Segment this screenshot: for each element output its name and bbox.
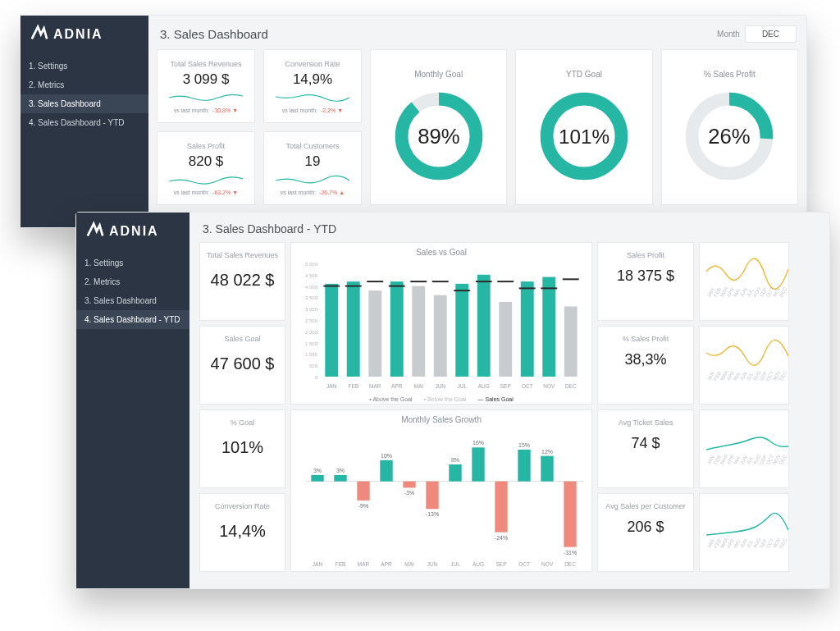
svg-rect-34 bbox=[434, 295, 447, 377]
brand-text: ADNIA bbox=[109, 224, 159, 239]
sparkline-icon bbox=[276, 91, 349, 104]
kpi-value: 3 099 $ bbox=[183, 71, 230, 88]
svg-rect-19 bbox=[325, 284, 338, 377]
logo-icon bbox=[30, 24, 48, 45]
nav-sales-dashboard-ytd[interactable]: 4. Sales Dashboard - YTD bbox=[76, 310, 189, 329]
svg-text:FEB: FEB bbox=[348, 383, 358, 389]
svg-text:10%: 10% bbox=[381, 453, 392, 459]
nav-settings[interactable]: 1. Settings bbox=[21, 57, 148, 75]
svg-text:MAI: MAI bbox=[404, 561, 414, 567]
stat-value: 101% bbox=[207, 438, 278, 457]
brand: ADNIA bbox=[21, 24, 148, 57]
svg-rect-43 bbox=[499, 302, 512, 377]
svg-text:8%: 8% bbox=[451, 457, 459, 463]
nav-sales-dashboard-ytd[interactable]: 4. Sales Dashboard - YTD bbox=[21, 113, 148, 132]
stat-total-sales-revenues: Total Sales Revenues 48 022 $ bbox=[199, 242, 285, 321]
svg-text:1 000: 1 000 bbox=[305, 352, 318, 357]
kpi-label: Total Sales Revenues bbox=[170, 60, 241, 68]
stat-label: Avg Sales per Customer bbox=[605, 502, 687, 510]
svg-text:-13%: -13% bbox=[426, 511, 439, 517]
nav-metrics[interactable]: 2. Metrics bbox=[21, 75, 148, 94]
sidebar: ADNIA 1. Settings 2. Metrics 3. Sales Da… bbox=[21, 16, 148, 227]
stat-label: Sales Profit bbox=[605, 251, 687, 259]
svg-rect-52 bbox=[564, 306, 578, 377]
svg-rect-65 bbox=[380, 460, 392, 482]
kpi-vs: vs last month:-30,8% ▼ bbox=[174, 107, 238, 113]
svg-rect-89 bbox=[564, 482, 576, 547]
nav-sales-dashboard[interactable]: 3. Sales Dashboard bbox=[76, 291, 189, 310]
kpi-col-2: Conversion Rate 14,9% vs last month:-2,2… bbox=[263, 49, 362, 205]
kpi-value: 19 bbox=[305, 153, 321, 170]
mini-months: JANFEBMARAPRMAIJUNJULAUGSEPOCTNOVDEC bbox=[706, 463, 782, 468]
stat-value: 18 375 $ bbox=[605, 267, 687, 285]
brand-text: ADNIA bbox=[53, 27, 103, 42]
spark-avg-ticket: JANFEBMARAPRMAIJUNJULAUGSEPOCTNOVDEC bbox=[699, 409, 789, 488]
svg-rect-62 bbox=[357, 482, 369, 501]
titlebar: 3. Sales Dashboard Month DEC bbox=[157, 22, 798, 49]
bar-chart-icon: 3%JAN3%FEB-9%MAR10%APR-3%MAI-13%JUN8%JUL… bbox=[298, 428, 587, 569]
svg-text:APR: APR bbox=[381, 561, 392, 567]
stat-sales-profit: Sales Profit 18 375 $ bbox=[597, 242, 694, 321]
nav-sales-dashboard[interactable]: 3. Sales Dashboard bbox=[21, 94, 148, 113]
svg-text:JAN: JAN bbox=[326, 383, 337, 389]
mini-months: JANFEBMARAPRMAIJUNJULAUGSEPOCTNOVDEC bbox=[706, 295, 782, 300]
svg-text:26%: 26% bbox=[709, 124, 751, 147]
stat-avg-ticket-sales: Avg Ticket Sales 74 $ bbox=[597, 409, 694, 488]
stat-value: 206 $ bbox=[605, 519, 687, 536]
svg-text:2 000: 2 000 bbox=[305, 330, 318, 335]
svg-text:16%: 16% bbox=[472, 440, 484, 446]
main-pane: 3. Sales Dashboard - YTD Total Sales Rev… bbox=[189, 213, 829, 588]
kpi-label: Total Customers bbox=[285, 142, 339, 150]
svg-text:101%: 101% bbox=[559, 125, 609, 147]
svg-text:15%: 15% bbox=[518, 442, 530, 448]
kpi-label: Sales Profit bbox=[187, 142, 225, 150]
svg-text:OCT: OCT bbox=[518, 561, 530, 567]
svg-rect-56 bbox=[311, 475, 323, 482]
svg-text:3 500: 3 500 bbox=[305, 295, 318, 300]
donut-icon: 101% bbox=[535, 87, 633, 185]
page-title: 3. Sales Dashboard - YTD bbox=[203, 222, 336, 235]
bar-chart-icon: 05001 0001 5002 0002 5003 0003 5004 0004… bbox=[298, 260, 587, 391]
donut-label: Monthly Goal bbox=[414, 70, 463, 79]
stat-pct-sales-profit: % Sales Profit 38,3% bbox=[597, 326, 694, 405]
svg-rect-46 bbox=[521, 281, 534, 377]
sparkline-icon bbox=[276, 173, 349, 186]
stat-sales-goal: Sales Goal 47 600 $ bbox=[199, 326, 285, 405]
donut-icon: 26% bbox=[680, 87, 778, 185]
svg-text:-3%: -3% bbox=[404, 490, 414, 496]
svg-text:MAI: MAI bbox=[414, 383, 424, 389]
left-stats: Total Sales Revenues 48 022 $ Sales Goal… bbox=[199, 242, 285, 572]
titlebar: 3. Sales Dashboard - YTD bbox=[199, 219, 823, 242]
stat-label: Conversion Rate bbox=[207, 502, 278, 510]
nav: 1. Settings 2. Metrics 3. Sales Dashboar… bbox=[21, 57, 148, 132]
window-sales-dashboard: ADNIA 1. Settings 2. Metrics 3. Sales Da… bbox=[20, 15, 807, 228]
nav: 1. Settings 2. Metrics 3. Sales Dashboar… bbox=[76, 254, 189, 329]
nav-metrics[interactable]: 2. Metrics bbox=[76, 272, 189, 291]
cards-row: Total Sales Revenues 3 099 $ vs last mon… bbox=[157, 49, 798, 205]
stat-value: 48 022 $ bbox=[207, 271, 278, 290]
month-value[interactable]: DEC bbox=[745, 25, 797, 43]
svg-text:89%: 89% bbox=[418, 124, 459, 147]
svg-rect-80 bbox=[495, 482, 507, 533]
svg-text:JUL: JUL bbox=[450, 561, 460, 567]
donut-label: YTD Goal bbox=[566, 70, 602, 79]
stat-conversion-rate: Conversion Rate 14,4% bbox=[199, 493, 285, 572]
main-pane: 3. Sales Dashboard Month DEC Total Sales… bbox=[148, 16, 806, 227]
kpi-vs: vs last month:-26,7% ▲ bbox=[281, 190, 345, 195]
spark-avg-customer: JANFEBMARAPRMAIJUNJULAUGSEPOCTNOVDEC bbox=[699, 493, 789, 572]
mini-months: JANFEBMARAPRMAIJUNJULAUGSEPOCTNOVDEC bbox=[706, 546, 782, 551]
chart-title: Sales vs Goal bbox=[298, 248, 585, 257]
spark-col: JANFEBMARAPRMAIJUNJULAUGSEPOCTNOVDEC JAN… bbox=[699, 242, 789, 572]
stat-label: % Goal bbox=[207, 418, 278, 427]
svg-rect-37 bbox=[455, 284, 468, 377]
chart-sales-vs-goal: Sales vs Goal 05001 0001 5002 0002 5003 … bbox=[290, 242, 592, 405]
nav-settings[interactable]: 1. Settings bbox=[76, 254, 189, 272]
spark-sales-profit: JANFEBMARAPRMAIJUNJULAUGSEPOCTNOVDEC bbox=[699, 242, 789, 321]
chart-title: Monthly Sales Growth bbox=[298, 415, 585, 424]
svg-text:MAR: MAR bbox=[358, 561, 370, 567]
svg-rect-28 bbox=[390, 281, 404, 377]
page-title: 3. Sales Dashboard bbox=[160, 27, 268, 41]
svg-rect-59 bbox=[334, 475, 346, 482]
chart-monthly-growth: Monthly Sales Growth 3%JAN3%FEB-9%MAR10%… bbox=[290, 409, 592, 572]
svg-rect-22 bbox=[347, 281, 360, 377]
